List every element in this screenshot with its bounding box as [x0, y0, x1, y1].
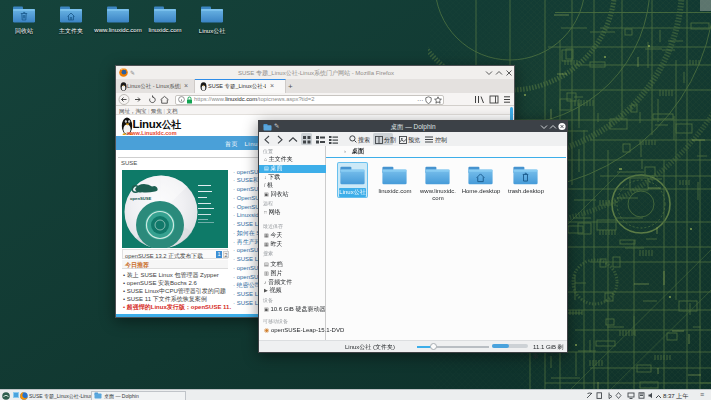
svg-text:openSUSE: openSUSE: [130, 196, 152, 201]
